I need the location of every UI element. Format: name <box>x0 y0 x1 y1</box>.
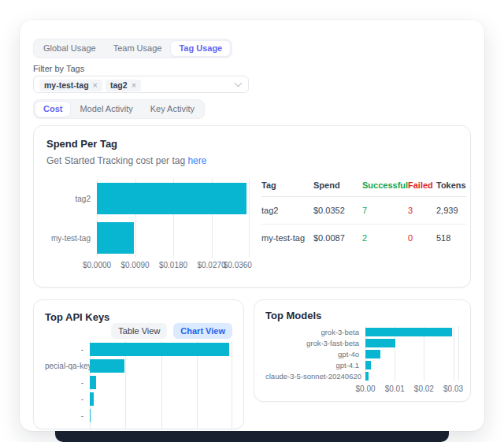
tag-chip-label: tag2 <box>110 80 128 91</box>
top-models-card: Top Models grok-3-betagrok-3-fast-betagp… <box>254 299 471 402</box>
usage-scope-tabs: Global UsageTeam UsageTag Usage <box>33 39 232 58</box>
chart-bar-track <box>90 407 232 424</box>
usage-dashboard-window: Global UsageTeam UsageTag Usage Filter b… <box>20 20 484 431</box>
chart-row: claude-3-5-sonnet-20240620 <box>265 370 459 381</box>
chart-category-label: claude-3-5-sonnet-20240620 <box>265 372 365 381</box>
top-models-title: Top Models <box>265 310 459 321</box>
remove-tag-icon[interactable]: × <box>132 80 136 91</box>
chart-bar-track <box>365 370 459 381</box>
table-cell: 2,939 <box>436 206 466 215</box>
tag-filter-select[interactable]: my-test-tag×tag2× <box>33 76 249 93</box>
tab-global-usage[interactable]: Global Usage <box>35 41 104 56</box>
spend-card-title: Spend Per Tag <box>46 138 458 150</box>
chart-bar-grok-3-fast-beta[interactable] <box>365 339 395 347</box>
chart-axis-tick: $0.01 <box>385 384 405 393</box>
chart-row: - <box>45 374 232 391</box>
table-cell: my-test-tag <box>261 233 313 243</box>
chart-row: - <box>45 391 232 407</box>
table-cell: $0.0087 <box>313 233 362 243</box>
chart-plot-area: grok-3-betagrok-3-fast-betagpt-4ogpt-4.1… <box>265 326 459 381</box>
chart-plot-area: tag2my-test-tag <box>46 179 250 258</box>
chart-axis-tick: $0.02 <box>414 384 434 393</box>
chart-bar-item[interactable] <box>90 343 229 356</box>
chart-bar-track <box>90 374 232 391</box>
top-api-keys-title: Top API Keys <box>45 311 232 323</box>
chart-bar-item[interactable] <box>90 409 91 422</box>
chart-row: tag2 <box>46 179 250 218</box>
tab-model-activity[interactable]: Model Activity <box>72 102 140 117</box>
subtitle-text: Get Started Tracking cost per tag <box>46 155 187 166</box>
tab-key-activity[interactable]: Key Activity <box>143 102 202 117</box>
chart-bar-item[interactable] <box>90 376 96 389</box>
tab-cost[interactable]: Cost <box>35 102 70 117</box>
tab-tag-usage[interactable]: Tag Usage <box>171 41 230 56</box>
table-cell: $0.0352 <box>313 206 362 215</box>
here-link[interactable]: here <box>187 155 206 166</box>
chart-axis-tick: $0.00 <box>355 384 375 393</box>
remove-tag-icon[interactable]: × <box>93 80 98 91</box>
column-header-successful: Successful <box>362 180 408 190</box>
filter-by-tags-label: Filter by Tags <box>33 64 471 73</box>
chart-bar-track <box>90 341 232 358</box>
chevron-down-icon[interactable] <box>235 80 243 87</box>
chart-bar-claude-3-5-sonnet-20240620[interactable] <box>365 372 369 381</box>
chart-category-label: gpt-4.1 <box>265 361 365 370</box>
chart-axis-tick: $0.03 <box>443 384 463 393</box>
column-header-tokens: Tokens <box>436 180 466 190</box>
chart-category-label: - <box>45 345 90 354</box>
tag-chip-label: my-test-tag <box>44 80 89 91</box>
chart-plot-area: -pecial-qa-key--- <box>45 341 232 424</box>
chart-bar-my-test-tag[interactable] <box>97 222 134 254</box>
chart-category-label: - <box>45 411 90 420</box>
table-row: my-test-tag$0.008720518 <box>261 225 466 251</box>
chart-row: pecial-qa-key <box>45 358 232 374</box>
bottom-cards-row: Top API Keys Table ViewChart View -pecia… <box>33 299 471 429</box>
chart-axis-tick: $0.0180 <box>159 261 187 269</box>
column-header-spend: Spend <box>313 180 362 190</box>
chart-category-label: grok-3-fast-beta <box>265 339 365 347</box>
chart-bar-gpt-4-1[interactable] <box>365 361 371 370</box>
top-api-keys-card: Top API Keys Table ViewChart View -pecia… <box>33 299 244 429</box>
tag-chip-list: my-test-tag×tag2× <box>36 77 141 91</box>
chart-x-axis: $0.0000$0.0090$0.0180$0.0270$0.0360 <box>97 258 250 270</box>
chart-bar-grok-3-beta[interactable] <box>365 328 452 336</box>
table-cell: 7 <box>362 206 408 215</box>
top-models-chart: grok-3-betagrok-3-fast-betagpt-4ogpt-4.1… <box>265 326 459 392</box>
table-cell: 0 <box>408 233 436 243</box>
spend-per-tag-card: Spend Per Tag Get Started Tracking cost … <box>33 125 471 288</box>
chart-axis-tick: $0.0000 <box>83 261 111 269</box>
chart-row: grok-3-fast-beta <box>265 337 459 348</box>
chart-category-label: gpt-4o <box>265 350 365 358</box>
column-header-failed: Failed <box>408 180 436 190</box>
chart-category-label: grok-3-beta <box>265 328 365 336</box>
chart-category-label: - <box>45 395 90 403</box>
top-api-keys-chart: -pecial-qa-key--- <box>45 341 232 424</box>
tag-chip-my-test-tag[interactable]: my-test-tag× <box>39 80 102 91</box>
chart-bar-track <box>365 359 459 370</box>
chart-category-label: pecial-qa-key <box>45 362 90 370</box>
table-view-button[interactable]: Table View <box>111 323 167 339</box>
chart-category-label: - <box>45 378 90 387</box>
spend-per-tag-chart: tag2my-test-tag$0.0000$0.0090$0.0180$0.0… <box>46 179 250 270</box>
chart-axis-tick: $0.0090 <box>120 261 149 269</box>
chart-bar-track <box>97 218 250 258</box>
tag-chip-tag2[interactable]: tag2× <box>106 80 141 91</box>
chart-row: grok-3-beta <box>265 326 459 337</box>
spend-per-tag-table: TagSpendSuccessfulFailedTokenstag2$0.035… <box>261 179 466 270</box>
chart-bar-item[interactable] <box>90 392 94 406</box>
chart-bar-pecial-qa-key[interactable] <box>90 359 124 373</box>
tab-team-usage[interactable]: Team Usage <box>106 41 170 56</box>
table-cell: tag2 <box>261 206 313 215</box>
table-cell: 3 <box>408 206 436 215</box>
chart-bar-gpt-4o[interactable] <box>365 350 380 358</box>
chart-view-button[interactable]: Chart View <box>173 323 232 339</box>
chart-bar-track <box>365 326 459 337</box>
table-header-row: TagSpendSuccessfulFailedTokens <box>261 179 466 197</box>
chart-row: - <box>45 407 232 424</box>
chart-axis-tick: $0.0360 <box>224 261 252 269</box>
table-row: tag2$0.0352732,939 <box>261 197 466 225</box>
chart-bar-track <box>365 348 459 359</box>
chart-category-label: my-test-tag <box>46 234 97 243</box>
chart-bar-tag2[interactable] <box>97 183 246 214</box>
chart-bar-track <box>365 337 459 348</box>
